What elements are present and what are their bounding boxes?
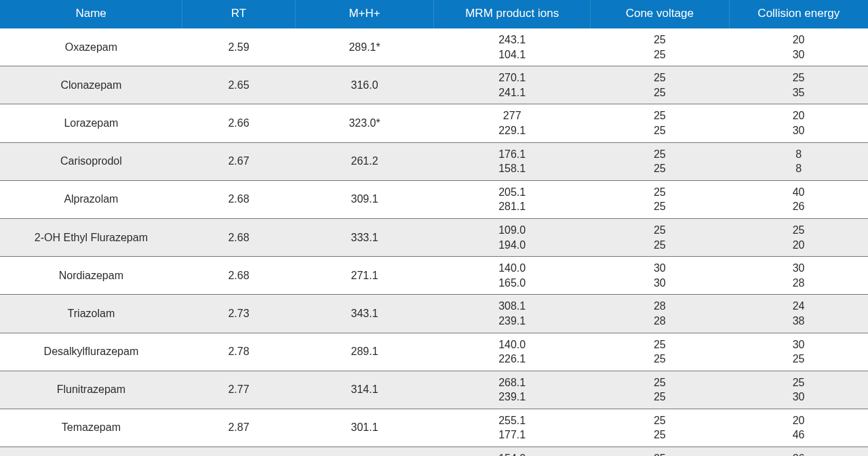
table-row: Oxazepam2.59289.1*243.1104.125252030 — [0, 28, 868, 66]
cell-cone-line: 25 — [593, 413, 726, 428]
cell-ce-line: 35 — [732, 85, 865, 100]
col-header-ce: Collision energy — [729, 0, 868, 28]
cell-mh: 261.2 — [295, 142, 434, 180]
cell-ce: 3028 — [729, 257, 868, 295]
table-body: Oxazepam2.59289.1*243.1104.125252030Clon… — [0, 28, 868, 456]
data-table: Name RT M+H+ MRM product ions Cone volta… — [0, 0, 868, 456]
cell-ce-line: 8 — [732, 161, 865, 176]
cell-ce: 3025 — [729, 333, 868, 371]
cell-cone-line: 25 — [593, 199, 726, 214]
cell-cone-line: 28 — [593, 314, 726, 329]
cell-mrm: 255.1177.1 — [434, 409, 590, 447]
cell-cone-line: 30 — [593, 261, 726, 276]
cell-cone: 2525 — [590, 371, 729, 409]
cell-mrm-line: 158.1 — [437, 161, 587, 176]
cell-name: Triazolam — [0, 295, 182, 333]
col-header-mrm: MRM product ions — [434, 0, 590, 28]
cell-mh: 323.0* — [295, 104, 434, 142]
table-row: Clonazepam2.65316.0270.1241.125252535 — [0, 66, 868, 104]
cell-name: Carisoprodol — [0, 142, 182, 180]
cell-mrm: 308.1239.1 — [434, 295, 590, 333]
cell-mrm-line: 277 — [437, 108, 587, 123]
cell-cone-line: 25 — [593, 428, 726, 442]
cell-name: Oxazepam — [0, 28, 182, 66]
cell-mrm: 270.1241.1 — [434, 66, 590, 104]
cell-ce-line: 30 — [732, 123, 865, 138]
cell-mrm-line: 140.0 — [437, 261, 587, 276]
cell-ce: 2046 — [729, 409, 868, 447]
table-row: Alprazolam2.68309.1205.1281.125254026 — [0, 180, 868, 218]
cell-ce: 2030 — [729, 28, 868, 66]
cell-ce-line: 25 — [732, 70, 865, 85]
cell-rt: 2.68 — [182, 180, 295, 218]
cell-cone-line: 25 — [593, 390, 726, 405]
cell-cone: 2525 — [590, 28, 729, 66]
mrm-parameters-table: Name RT M+H+ MRM product ions Cone volta… — [0, 0, 868, 456]
cell-mrm: 268.1239.1 — [434, 371, 590, 409]
cell-mh: 309.1 — [295, 180, 434, 218]
cell-ce: 2530 — [729, 371, 868, 409]
cell-cone-line: 25 — [593, 47, 726, 62]
cell-cone-line: 25 — [593, 223, 726, 238]
cell-ce-line: 25 — [732, 223, 865, 238]
cell-ce-line: 38 — [732, 314, 865, 329]
table-header: Name RT M+H+ MRM product ions Cone volta… — [0, 0, 868, 28]
cell-cone: 2525 — [590, 180, 729, 218]
cell-ce-line: 30 — [732, 390, 865, 405]
cell-cone-line: 25 — [593, 337, 726, 352]
cell-mrm: 140.0226.1 — [434, 333, 590, 371]
cell-mrm-line: 241.1 — [437, 85, 587, 100]
cell-mh: 289.1* — [295, 28, 434, 66]
cell-mrm-line: 308.1 — [437, 299, 587, 314]
cell-ce-line: 28 — [732, 276, 865, 291]
cell-mrm-line: 239.1 — [437, 314, 587, 329]
col-header-mh: M+H+ — [295, 0, 434, 28]
table-row: 2-OH Ethyl Flurazepam2.68333.1109.0194.0… — [0, 218, 868, 256]
cell-cone-line: 25 — [593, 185, 726, 200]
table-row: Temazepam2.87301.1255.1177.125252046 — [0, 409, 868, 447]
cell-mrm: 243.1104.1 — [434, 28, 590, 66]
cell-cone: 2828 — [590, 295, 729, 333]
cell-mrm-line: 140.0 — [437, 337, 587, 352]
cell-mh: 314.1 — [295, 371, 434, 409]
cell-ce-line: 8 — [732, 147, 865, 162]
cell-mrm-line: 270.1 — [437, 70, 587, 85]
cell-cone-line: 25 — [593, 70, 726, 85]
cell-name: Desalkylflurazepam — [0, 333, 182, 371]
cell-mrm-line: 176.1 — [437, 147, 587, 162]
cell-mrm-line: 226.1 — [437, 352, 587, 367]
cell-rt: 2.78 — [182, 333, 295, 371]
cell-ce: 88 — [729, 142, 868, 180]
cell-mrm: 205.1281.1 — [434, 180, 590, 218]
cell-name: Clonazepam — [0, 66, 182, 104]
cell-ce-line: 26 — [732, 451, 865, 456]
cell-ce-line: 30 — [732, 337, 865, 352]
cell-cone: 3030 — [590, 257, 729, 295]
cell-name: Alprazolam — [0, 180, 182, 218]
cell-mrm-line: 239.1 — [437, 390, 587, 405]
cell-ce: 2535 — [729, 66, 868, 104]
cell-cone: 2525 — [590, 333, 729, 371]
cell-name: Lorazepam — [0, 104, 182, 142]
cell-rt: 2.68 — [182, 257, 295, 295]
cell-ce: 4026 — [729, 180, 868, 218]
cell-rt: 3.05 — [182, 447, 295, 456]
cell-cone: 2525 — [590, 66, 729, 104]
cell-mrm: 176.1158.1 — [434, 142, 590, 180]
cell-cone-line: 28 — [593, 299, 726, 314]
cell-mrm-line: 229.1 — [437, 123, 587, 138]
cell-mrm: 277229.1 — [434, 104, 590, 142]
cell-ce-line: 24 — [732, 299, 865, 314]
cell-cone: 2525 — [590, 447, 729, 456]
cell-rt: 2.87 — [182, 409, 295, 447]
cell-ce-line: 46 — [732, 428, 865, 442]
cell-mrm-line: 281.1 — [437, 199, 587, 214]
cell-ce: 2630 — [729, 447, 868, 456]
cell-cone: 2525 — [590, 142, 729, 180]
cell-cone: 2525 — [590, 104, 729, 142]
cell-name: Nordiazepam — [0, 257, 182, 295]
cell-cone-line: 25 — [593, 352, 726, 367]
cell-ce: 2520 — [729, 218, 868, 256]
cell-ce-line: 30 — [732, 47, 865, 62]
cell-mrm: 109.0194.0 — [434, 218, 590, 256]
